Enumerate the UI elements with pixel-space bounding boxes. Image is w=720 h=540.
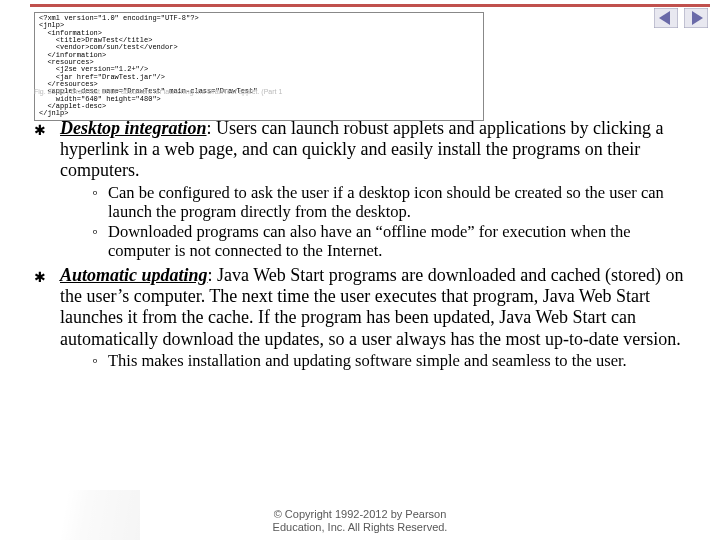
copyright-footer: © Copyright 1992-2012 by Pearson Educati… [0,508,720,534]
sub-item: ◦ Can be configured to ask the user if a… [92,184,686,222]
figure-caption: Fig. 23.13 | DrawTest JNLP document for … [34,88,282,95]
slide-body: ✱ Desktop integration: Users can launch … [34,118,686,375]
prev-button[interactable] [654,8,678,28]
bullet-body: Desktop integration: Users can launch ro… [60,118,686,263]
bullet-icon: ✱ [34,118,60,263]
nav-buttons [654,8,708,28]
footer-line-2: Education, Inc. All Rights Reserved. [273,521,448,533]
prev-arrow-icon [654,8,678,28]
term: Automatic updating [60,265,208,285]
sub-text: Can be configured to ask the user if a d… [108,184,686,222]
sub-text: This makes installation and updating sof… [108,352,686,371]
bullet-body: Automatic updating: Java Web Start progr… [60,265,686,373]
bullet-item: ✱ Automatic updating: Java Web Start pro… [34,265,686,373]
sub-text: Downloaded programs can also have an “of… [108,223,686,261]
code-snippet: <?xml version="1.0" encoding="UTF-8"?> <… [34,12,484,121]
sub-bullet-icon: ◦ [92,352,108,371]
sub-item: ◦ This makes installation and updating s… [92,352,686,371]
sub-bullet-icon: ◦ [92,184,108,222]
sub-item: ◦ Downloaded programs can also have an “… [92,223,686,261]
bullet-icon: ✱ [34,265,60,373]
bullet-item: ✱ Desktop integration: Users can launch … [34,118,686,263]
top-rule [30,4,710,7]
sub-bullet-icon: ◦ [92,223,108,261]
term: Desktop integration [60,118,207,138]
footer-line-1: © Copyright 1992-2012 by Pearson [274,508,447,520]
next-arrow-icon [684,8,708,28]
next-button[interactable] [684,8,708,28]
